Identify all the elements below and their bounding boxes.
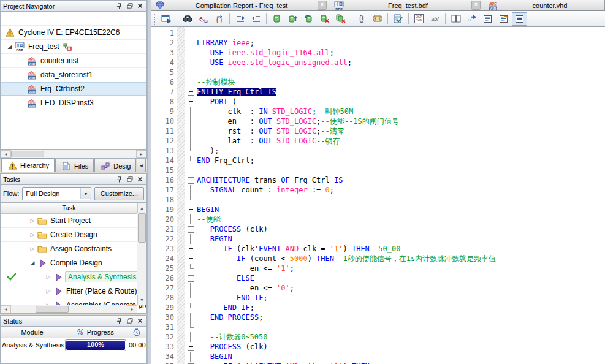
expander-icon[interactable]: ▷ xyxy=(44,274,53,280)
expander-icon[interactable]: ▷ xyxy=(44,288,53,294)
float-icon[interactable] xyxy=(126,2,134,10)
fold-margin[interactable] xyxy=(186,362,195,364)
goto-line-button[interactable] xyxy=(464,12,479,26)
progress-column-header[interactable]: %Progress xyxy=(64,328,126,336)
close-icon[interactable] xyxy=(136,2,144,10)
tasks-hscrollbar[interactable]: ◄ ► xyxy=(1,305,137,313)
close-icon[interactable] xyxy=(136,176,144,183)
pin-icon[interactable] xyxy=(115,317,123,325)
scroll-right-icon[interactable]: ► xyxy=(127,305,137,313)
navigator-tab-hierarchy[interactable]: Hierarchy xyxy=(1,158,55,172)
split-window-button[interactable] xyxy=(448,12,463,26)
scroll-left-icon[interactable]: ◄ xyxy=(1,150,11,158)
fold-view-button[interactable] xyxy=(496,12,511,26)
next-bookmark-button[interactable] xyxy=(285,12,300,26)
tree-item[interactable]: abcVHDLED_DISP:inst3 xyxy=(1,96,146,110)
task-row[interactable]: ▷Fitter (Place & Route) xyxy=(1,284,137,298)
clear-all-bookmarks-button[interactable] xyxy=(333,12,348,26)
fold-margin[interactable] xyxy=(186,224,195,234)
scroll-up-icon[interactable]: ▲ xyxy=(137,203,146,213)
task-column-header[interactable]: Task xyxy=(1,203,137,214)
fold-collapse-icon[interactable] xyxy=(188,177,194,184)
task-row[interactable]: ◢Compile Design xyxy=(1,256,137,270)
scroll-left-icon[interactable]: ◄ xyxy=(1,305,11,313)
fold-margin[interactable] xyxy=(186,342,195,352)
show-lines-button[interactable] xyxy=(480,12,495,26)
expander-icon[interactable]: ◢ xyxy=(28,260,37,266)
scrollbar-thumb[interactable] xyxy=(138,213,146,243)
fold-collapse-icon[interactable] xyxy=(188,256,194,262)
indent-button[interactable] xyxy=(232,12,248,26)
tree-item[interactable]: abcVHDdata_store:inst1 xyxy=(1,68,146,82)
find-button[interactable] xyxy=(180,12,195,26)
tree-item[interactable]: abcVHDFrq_Ctrl:inst2 xyxy=(1,82,146,96)
float-icon[interactable] xyxy=(126,317,134,325)
expander-icon[interactable]: ▷ xyxy=(28,232,37,238)
project-tree[interactable]: Cyclone IV E: EP4CE15E22C6◢BDFFreq_testa… xyxy=(0,12,147,150)
module-column-header[interactable]: Module xyxy=(1,328,64,336)
insert-file-button[interactable] xyxy=(354,12,369,26)
fold-margin[interactable] xyxy=(186,244,195,254)
close-icon[interactable] xyxy=(136,317,144,325)
navigator-tab-desig[interactable]: Desig xyxy=(94,159,136,172)
fold-collapse-icon[interactable] xyxy=(188,246,194,252)
scrollbar-thumb[interactable] xyxy=(36,306,69,313)
outdent-button[interactable] xyxy=(248,12,264,26)
customize-button[interactable]: Customize... xyxy=(94,187,144,200)
tab-scroll-left-icon[interactable]: ◄ xyxy=(137,159,145,172)
previous-bookmark-button[interactable] xyxy=(301,12,316,26)
fold-margin[interactable] xyxy=(186,87,195,97)
tree-item[interactable]: ◢BDFFreq_test xyxy=(1,40,146,54)
panel-splitter[interactable] xyxy=(147,0,151,364)
replace-button[interactable]: AB xyxy=(196,12,211,26)
pin-icon[interactable] xyxy=(115,176,123,183)
match-brace-button[interactable]: {} xyxy=(211,12,227,26)
task-row[interactable]: ▷Analysis & Synthesis xyxy=(1,270,137,284)
scrollbar-thumb[interactable] xyxy=(11,151,44,157)
time-column-header[interactable] xyxy=(126,327,146,337)
scroll-right-icon[interactable]: ► xyxy=(136,150,146,158)
expander-icon[interactable]: ▷ xyxy=(28,218,37,224)
expander-icon[interactable]: ◢ xyxy=(6,44,14,50)
fold-margin[interactable] xyxy=(186,273,195,283)
pin-icon[interactable] xyxy=(115,2,123,10)
fold-margin[interactable] xyxy=(186,205,195,214)
fold-collapse-icon[interactable] xyxy=(188,275,194,282)
fold-collapse-icon[interactable] xyxy=(188,89,194,96)
fold-collapse-icon[interactable] xyxy=(188,344,194,351)
whitespace-button[interactable]: ab/ xyxy=(427,12,443,26)
fold-margin[interactable] xyxy=(186,97,195,107)
float-icon[interactable] xyxy=(126,176,134,183)
close-tab-icon[interactable]: × xyxy=(471,1,481,10)
task-row[interactable]: ▷Create Design xyxy=(1,228,137,242)
flow-select[interactable]: Full Design ▼ xyxy=(22,187,91,200)
navigator-tab-files[interactable]: Files xyxy=(55,159,94,172)
tree-item[interactable]: Cyclone IV E: EP4CE15E22C6 xyxy=(1,26,146,40)
document-tab[interactable]: Compilation Report - Freq_test× xyxy=(151,0,330,10)
fold-margin[interactable] xyxy=(186,175,195,185)
tree-item[interactable]: abcVHDcounter:inst xyxy=(1,54,146,68)
chevron-down-icon[interactable]: ▼ xyxy=(80,188,91,199)
active-line-button[interactable] xyxy=(512,12,527,26)
expander-icon[interactable]: ▷ xyxy=(28,246,37,252)
document-tab[interactable]: abcVHDcounter.vhd xyxy=(484,0,605,10)
analyze-file-button[interactable] xyxy=(390,12,406,26)
dock-window-button[interactable] xyxy=(159,12,174,26)
fold-collapse-icon[interactable] xyxy=(188,226,194,233)
task-row[interactable]: ▷Assign Constraints xyxy=(1,242,137,256)
close-tab-icon[interactable]: × xyxy=(318,1,327,10)
code-editor[interactable]: 12LIBRARY ieee;3 USE ieee.std_logic_1164… xyxy=(151,27,605,364)
fold-margin[interactable] xyxy=(186,254,195,264)
toolbar-grip[interactable] xyxy=(153,13,156,25)
insert-template-button[interactable] xyxy=(370,12,385,26)
fold-collapse-icon[interactable] xyxy=(188,207,194,213)
document-tab[interactable]: BDFFreq_test.bdf× xyxy=(330,0,484,10)
toggle-bookmark-button[interactable] xyxy=(269,12,284,26)
fold-collapse-icon[interactable] xyxy=(188,99,194,105)
clear-bookmark-button[interactable] xyxy=(317,12,332,26)
scroll-down-icon[interactable]: ▼ xyxy=(137,295,146,305)
navigator-hscrollbar[interactable]: ◄ ► xyxy=(0,150,147,159)
task-row[interactable]: ▷Start Project xyxy=(1,214,137,228)
tasks-vscrollbar[interactable]: ▲ ▼ xyxy=(137,203,146,305)
line-count-button[interactable]: 267268 xyxy=(411,12,427,26)
